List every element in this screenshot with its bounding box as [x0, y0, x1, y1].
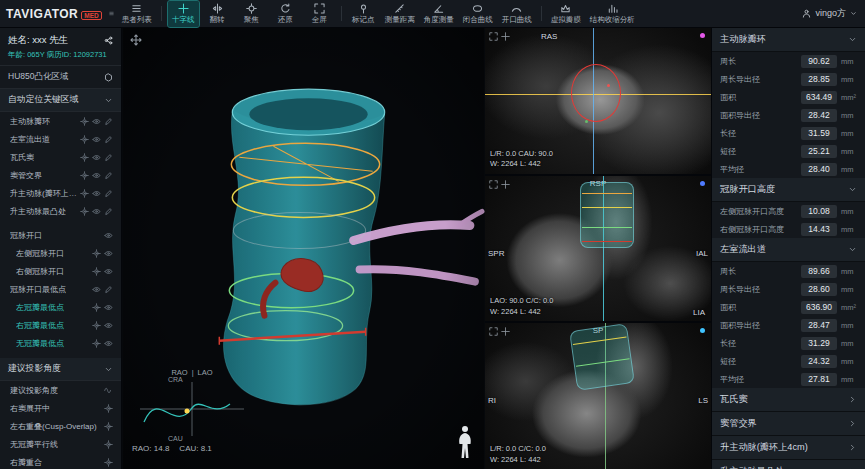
toolbar-measure-angle[interactable]: 角度测量: [421, 1, 457, 27]
pan-move-icon[interactable]: [130, 34, 142, 46]
region-row-aortic-annulus[interactable]: 主动脉瓣环: [0, 112, 121, 130]
visibility-icon[interactable]: [104, 249, 113, 258]
non-coronary-cusp-lowest-row[interactable]: 无冠瓣最低点: [0, 334, 121, 352]
share-icon[interactable]: [104, 36, 113, 45]
visibility-icon[interactable]: [104, 267, 113, 276]
locate-icon[interactable]: [80, 207, 89, 216]
right-cusp-lowest-row[interactable]: 右冠瓣最低点: [0, 316, 121, 334]
edit-icon[interactable]: [104, 207, 113, 216]
visibility-icon[interactable]: [92, 171, 101, 180]
toolbar-fullscreen[interactable]: 全屏: [304, 1, 335, 27]
toolbar-crosshair[interactable]: 十字线: [168, 1, 199, 27]
measurement-value: 24.32: [801, 355, 837, 368]
toolbar-flip[interactable]: 翻转: [202, 1, 233, 27]
edit-icon[interactable]: [104, 171, 113, 180]
menu-icon[interactable]: [107, 9, 116, 18]
toolbar-closed-curve[interactable]: 闭合曲线: [460, 1, 496, 27]
patient-orientation-figure[interactable]: [455, 425, 475, 461]
projection-ncc-parallel-row[interactable]: 无冠瓣平行线: [0, 435, 121, 453]
angle-curve-graph[interactable]: [132, 378, 252, 440]
visibility-icon[interactable]: [104, 303, 113, 312]
toolbar-virtual-valve[interactable]: 虚拟瓣膜: [548, 1, 584, 27]
section-coronary-ostia-height[interactable]: 冠脉开口高度: [712, 178, 865, 202]
measurement-row: 周长导出径28.85mm: [712, 70, 865, 88]
visibility-icon[interactable]: [92, 135, 101, 144]
left-coronary-ostium-row[interactable]: 左侧冠脉开口: [0, 244, 121, 262]
locate-icon[interactable]: [104, 422, 113, 431]
toolbar-open-curve[interactable]: 开口曲线: [499, 1, 535, 27]
edit-icon[interactable]: [104, 189, 113, 198]
projection-right-cusp-row[interactable]: 右窦展开中: [0, 399, 121, 417]
locate-icon[interactable]: [80, 117, 89, 126]
projection-curve-row[interactable]: 建议投影角度: [0, 381, 121, 399]
locate-icon[interactable]: [92, 267, 101, 276]
locate-icon[interactable]: [80, 153, 89, 162]
section-lvot[interactable]: 左室流出道: [712, 238, 865, 262]
locate-icon[interactable]: [92, 321, 101, 330]
toolbar-patient-list[interactable]: 患者列表: [119, 1, 155, 27]
region-row-lvot[interactable]: 左室流出道: [0, 130, 121, 148]
projection-angle-widget[interactable]: RAO|LAO CRA CAU RAO: 14.8 CAU: 8.1: [132, 368, 252, 453]
locate-icon[interactable]: [92, 339, 101, 348]
visibility-icon[interactable]: [92, 153, 101, 162]
right-coronary-ostium-row[interactable]: 右侧冠脉开口: [0, 262, 121, 280]
projection-cusp-align-row[interactable]: 右瓣重合: [0, 453, 121, 469]
region-row-ascending-aorta-4cm[interactable]: 升主动脉(瓣环上4cm): [0, 184, 121, 202]
left-cusp-lowest-row[interactable]: 左冠瓣最低点: [0, 298, 121, 316]
section-projection-angles[interactable]: 建议投影角度: [0, 358, 121, 381]
region-row-ascending-aorta-convex[interactable]: 升主动脉最凸处: [0, 202, 121, 220]
region-row-sinus-of-valsalva[interactable]: 瓦氏窦: [0, 148, 121, 166]
crosshair-icon[interactable]: [501, 327, 510, 336]
ct-view-annulus-plane[interactable]: RAS L/R: 0.0 CAU: 90.0 W: 2264 L: 442: [485, 28, 711, 174]
maximize-icon[interactable]: [489, 180, 498, 189]
coronary-ostia-row[interactable]: 冠脉开口: [0, 226, 121, 244]
toolbar-structure-analysis[interactable]: 结构收缩分析: [587, 1, 638, 27]
locate-icon[interactable]: [104, 440, 113, 449]
section-sinus-of-valsalva[interactable]: 瓦氏窦: [712, 388, 865, 412]
section-auto-key-regions[interactable]: 自动定位关键区域: [0, 89, 121, 112]
section-sinotubular-junction[interactable]: 窦管交界: [712, 412, 865, 436]
section-ascending-aorta-4cm[interactable]: 升主动脉(瓣环上4cm): [712, 436, 865, 460]
user-menu[interactable]: vingo方: [802, 7, 859, 20]
toolbar-marker[interactable]: 标记点: [348, 1, 379, 27]
toolbar-focus[interactable]: 聚焦: [236, 1, 267, 27]
toolbar-reset[interactable]: 还原: [270, 1, 301, 27]
ct-view-coronal-oblique[interactable]: SP RI LS L/R: 0.0 C/C: 0.0 W: 2264 L: 44…: [485, 323, 711, 469]
edit-icon[interactable]: [104, 285, 113, 294]
locate-icon[interactable]: [104, 404, 113, 413]
visibility-icon[interactable]: [92, 117, 101, 126]
visibility-icon[interactable]: [104, 321, 113, 330]
curve-wave-icon[interactable]: [104, 386, 113, 395]
crosshair-icon[interactable]: [501, 32, 510, 41]
edit-icon[interactable]: [104, 153, 113, 162]
locate-icon[interactable]: [92, 303, 101, 312]
crosshair-icon[interactable]: [501, 180, 510, 189]
visibility-icon[interactable]: [92, 207, 101, 216]
visibility-icon[interactable]: [104, 339, 113, 348]
section-aortic-annulus[interactable]: 主动脉瓣环: [712, 28, 865, 52]
edit-icon[interactable]: [104, 117, 113, 126]
visibility-icon[interactable]: [92, 285, 101, 294]
section-ascending-aorta-convex[interactable]: 升主动脉最凸处: [712, 460, 865, 469]
region-row-sinotubular-junction[interactable]: 窦管交界: [0, 166, 121, 184]
locate-icon[interactable]: [80, 189, 89, 198]
viewport-3d[interactable]: RAO|LAO CRA CAU RAO: 14.8 CAU: 8.1: [122, 28, 485, 469]
coronary-lowest-points-row[interactable]: 冠脉开口最低点: [0, 280, 121, 298]
valve-region-overlay[interactable]: [569, 324, 635, 391]
toolbar-measure-distance[interactable]: 测量距离: [382, 1, 418, 27]
ct-view-sagittal-oblique[interactable]: RSP SPR IAL LIA LAO: 90.0 C/C: 0.0 W: 22…: [485, 176, 711, 322]
locate-icon[interactable]: [80, 171, 89, 180]
crosshair-icon: [178, 3, 189, 14]
visibility-icon[interactable]: [92, 189, 101, 198]
projection-cusp-overlap-row[interactable]: 左右重叠(Cusp-Overlap): [0, 417, 121, 435]
annulus-contour[interactable]: [571, 64, 621, 122]
maximize-icon[interactable]: [489, 32, 498, 41]
maximize-icon[interactable]: [489, 327, 498, 336]
locate-icon[interactable]: [92, 249, 101, 258]
valve-region-overlay[interactable]: [580, 182, 634, 248]
locate-icon[interactable]: [104, 458, 113, 467]
visibility-icon[interactable]: [104, 231, 113, 240]
edit-icon[interactable]: [104, 135, 113, 144]
locate-icon[interactable]: [80, 135, 89, 144]
hu850-region-button[interactable]: HU850凸化区域: [0, 66, 121, 89]
